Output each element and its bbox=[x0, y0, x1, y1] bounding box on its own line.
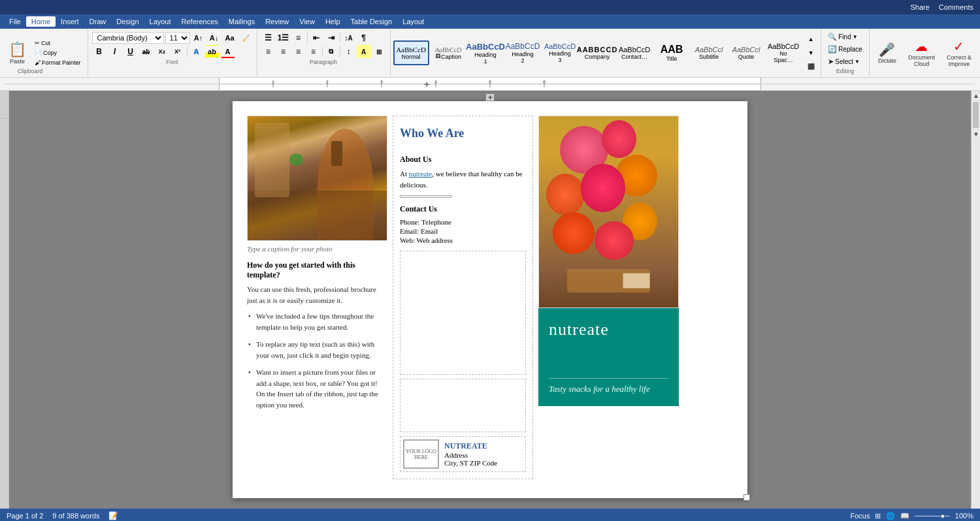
numbering-button[interactable]: 1☰ bbox=[276, 31, 291, 44]
menu-home[interactable]: Home bbox=[26, 16, 56, 27]
menu-file[interactable]: File bbox=[4, 16, 26, 27]
select-button[interactable]: ➤ Select ▼ bbox=[825, 56, 865, 67]
kitchen-photo[interactable] bbox=[247, 116, 387, 241]
align-left-button[interactable]: ≡ bbox=[261, 45, 276, 58]
about-text[interactable]: At nutreate, we believe that healthy can… bbox=[400, 168, 526, 190]
subscript-button[interactable]: X₂ bbox=[155, 45, 169, 58]
italic-button[interactable]: I bbox=[108, 45, 122, 58]
align-right-button[interactable]: ≡ bbox=[291, 45, 306, 58]
contact-heading[interactable]: Contact Us bbox=[400, 204, 526, 214]
style-heading1[interactable]: AaBbCcD Heading 1 bbox=[468, 40, 504, 65]
style-subtitle[interactable]: AaBbCcl Subtitle bbox=[691, 40, 727, 65]
bullet-item-3[interactable]: Want to insert a picture from your files… bbox=[247, 367, 387, 410]
style-normal[interactable]: AaBbCcD Normal bbox=[393, 40, 429, 65]
menu-mailings[interactable]: Mailings bbox=[223, 16, 260, 27]
bullet-item-2[interactable]: To replace any tip text (such as this) w… bbox=[247, 339, 387, 360]
show-marks-button[interactable]: ¶ bbox=[357, 31, 371, 44]
columns-button[interactable]: ⧉ bbox=[324, 45, 338, 58]
style-heading3[interactable]: AaBbCcD Heading 3 bbox=[542, 40, 578, 65]
bullet-item-1[interactable]: We've included a few tips throughout the… bbox=[247, 311, 387, 332]
multilevel-button[interactable]: ≡ bbox=[291, 31, 306, 44]
style-heading2[interactable]: AaBbCcD Heading 2 bbox=[505, 40, 541, 65]
menu-design[interactable]: Design bbox=[111, 16, 144, 27]
superscript-button[interactable]: X² bbox=[171, 45, 185, 58]
style-contact[interactable]: AaBbCcD Contact… bbox=[617, 40, 653, 65]
empty-content-box[interactable] bbox=[400, 251, 526, 375]
style-caption[interactable]: AaBbCcD 🖼Caption bbox=[431, 40, 466, 65]
who-we-are-heading[interactable]: Who We Are bbox=[400, 123, 526, 144]
email-item[interactable]: Email: Email bbox=[400, 227, 526, 235]
phone-item[interactable]: Phone: Telephone bbox=[400, 218, 526, 226]
increase-font-button[interactable]: A↑ bbox=[191, 31, 206, 44]
read-mode-btn[interactable]: 📖 bbox=[900, 512, 909, 520]
underline-button[interactable]: U bbox=[123, 45, 138, 58]
body-paragraph[interactable]: You can use this fresh, professional bro… bbox=[247, 284, 387, 306]
scroll-down-arrow[interactable]: ▼ bbox=[972, 129, 980, 139]
menu-insert[interactable]: Insert bbox=[56, 16, 84, 27]
scroll-up-arrow[interactable]: ▲ bbox=[972, 91, 980, 101]
menu-help[interactable]: Help bbox=[320, 16, 346, 27]
sort-button[interactable]: ↕A bbox=[342, 31, 356, 44]
borders-button[interactable]: ⊞ bbox=[372, 45, 386, 58]
brand-box[interactable]: nutreate Tasty snacks for a healthy life bbox=[538, 308, 679, 406]
format-painter-button[interactable]: 🖌 Format Painter bbox=[32, 58, 84, 67]
proofing-icon[interactable]: 📝 bbox=[108, 511, 118, 520]
copy-button[interactable]: 📄 Copy bbox=[32, 48, 84, 57]
bullets-button[interactable]: ☰ bbox=[261, 31, 276, 44]
document-cloud-button[interactable]: ☁ DocumentCloud bbox=[904, 35, 939, 71]
resize-handle[interactable] bbox=[743, 494, 750, 501]
styles-scroll-down[interactable]: ▼ bbox=[804, 46, 818, 59]
styles-scroll-up[interactable]: ▲ bbox=[804, 33, 818, 46]
font-name-select[interactable]: Cambria (Body) bbox=[92, 32, 164, 44]
highlight-color-button[interactable]: ab bbox=[205, 45, 220, 58]
print-layout-btn[interactable]: ⊞ bbox=[875, 512, 881, 520]
menu-layout2[interactable]: Layout bbox=[397, 16, 429, 27]
font-color-button[interactable]: A bbox=[221, 45, 235, 58]
line-spacing-button[interactable]: ↕ bbox=[342, 45, 356, 58]
about-heading[interactable]: About Us bbox=[400, 155, 526, 165]
empty-content-box2[interactable] bbox=[400, 379, 526, 432]
font-size-select[interactable]: 11 bbox=[165, 32, 190, 44]
vertical-scrollbar[interactable]: ▲ ▼ bbox=[971, 91, 980, 509]
address-section[interactable]: NUTREATE Address City, ST ZIP Code bbox=[444, 441, 497, 467]
move-handle[interactable]: ✛ bbox=[485, 93, 495, 101]
style-extra[interactable]: AaBbCcD bbox=[803, 40, 804, 65]
justify-button[interactable]: ≡ bbox=[306, 45, 321, 58]
style-title[interactable]: AAB Title bbox=[654, 40, 690, 65]
zoom-slider[interactable]: ─────●─ bbox=[915, 512, 949, 520]
dictate-button[interactable]: 🎤 Dictate bbox=[874, 35, 901, 71]
text-effect-button[interactable]: A bbox=[189, 45, 204, 58]
share-btn[interactable]: Share bbox=[910, 3, 929, 11]
cut-button[interactable]: ✂ Cut bbox=[32, 39, 84, 48]
web-layout-btn[interactable]: 🌐 bbox=[886, 512, 895, 520]
decrease-indent-button[interactable]: ⇤ bbox=[309, 31, 323, 44]
menu-draw[interactable]: Draw bbox=[84, 16, 112, 27]
menu-layout[interactable]: Layout bbox=[144, 16, 176, 27]
flowers-photo[interactable] bbox=[538, 116, 679, 308]
menu-references[interactable]: References bbox=[176, 16, 223, 27]
comments-btn[interactable]: Comments bbox=[939, 3, 973, 11]
logo-placeholder[interactable]: YOUR LOGO HERE bbox=[403, 439, 439, 469]
clear-format-button[interactable]: 🧹 bbox=[238, 31, 253, 44]
style-no-space[interactable]: AaBbCcD No Spac… bbox=[766, 40, 802, 65]
decrease-font-button[interactable]: A↓ bbox=[207, 31, 221, 44]
shading-button[interactable]: A bbox=[357, 45, 371, 58]
correct-improve-button[interactable]: ✓ Correct &Improve bbox=[942, 35, 976, 71]
align-center-button[interactable]: ≡ bbox=[276, 45, 291, 58]
replace-button[interactable]: 🔄 Replace bbox=[825, 44, 865, 55]
nutreate-link[interactable]: nutreate bbox=[409, 170, 432, 178]
style-quote[interactable]: AaBbCcl Quote bbox=[728, 40, 764, 65]
focus-btn[interactable]: Focus bbox=[850, 512, 870, 520]
paste-button[interactable]: 📋 Paste bbox=[4, 35, 31, 71]
web-item[interactable]: Web: Web address bbox=[400, 236, 526, 244]
word-count[interactable]: 9 of 388 words bbox=[52, 512, 99, 520]
strikethrough-button[interactable]: ab bbox=[139, 45, 154, 58]
increase-indent-button[interactable]: ⇥ bbox=[324, 31, 338, 44]
find-button[interactable]: 🔍 Find ▼ bbox=[825, 31, 865, 42]
photo-caption[interactable]: Type a caption for your photo bbox=[247, 245, 387, 253]
page-info[interactable]: Page 1 of 2 bbox=[7, 512, 43, 520]
bold-button[interactable]: B bbox=[92, 45, 106, 58]
style-company[interactable]: AABBCCD Company bbox=[580, 40, 615, 65]
menu-review[interactable]: Review bbox=[260, 16, 294, 27]
change-case-button[interactable]: Aa bbox=[223, 31, 237, 44]
